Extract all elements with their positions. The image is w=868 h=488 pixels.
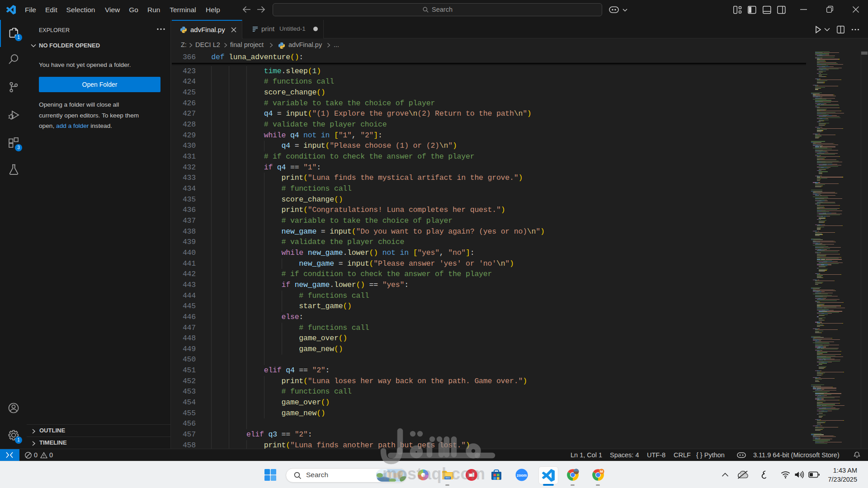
svg-text:zoom: zoom xyxy=(517,473,527,478)
svg-text:M: M xyxy=(600,469,603,474)
